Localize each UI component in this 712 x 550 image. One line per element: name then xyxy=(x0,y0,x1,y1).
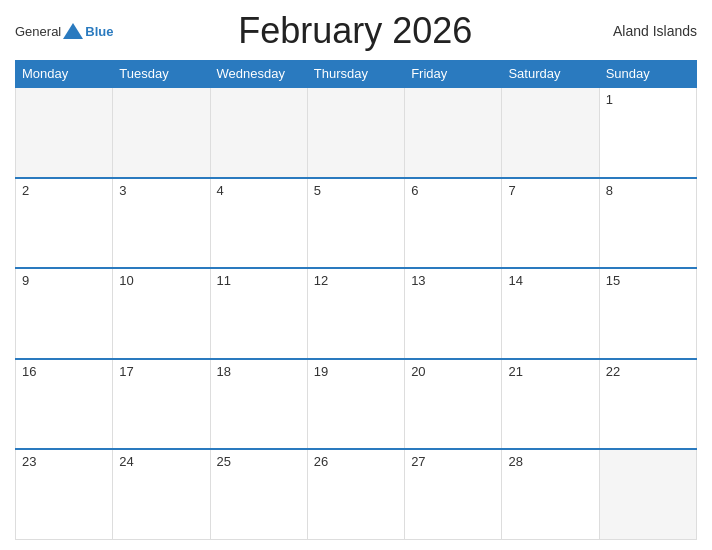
calendar-day-8: 8 xyxy=(599,178,696,269)
calendar-day-1: 1 xyxy=(599,87,696,178)
calendar-day-9: 9 xyxy=(16,268,113,359)
weekday-header-wednesday: Wednesday xyxy=(210,61,307,88)
calendar-day-27: 27 xyxy=(405,449,502,540)
logo-blue-text: Blue xyxy=(85,24,113,39)
calendar-day-4: 4 xyxy=(210,178,307,269)
calendar-day-empty xyxy=(210,87,307,178)
week-row-5: 232425262728 xyxy=(16,449,697,540)
calendar-day-2: 2 xyxy=(16,178,113,269)
calendar-table: MondayTuesdayWednesdayThursdayFridaySatu… xyxy=(15,60,697,540)
calendar-header: General Blue February 2026 Aland Islands xyxy=(15,10,697,52)
weekday-header-thursday: Thursday xyxy=(307,61,404,88)
calendar-day-10: 10 xyxy=(113,268,210,359)
calendar-day-7: 7 xyxy=(502,178,599,269)
calendar-day-17: 17 xyxy=(113,359,210,450)
logo-general-text: General xyxy=(15,24,61,39)
calendar-day-18: 18 xyxy=(210,359,307,450)
weekday-header-row: MondayTuesdayWednesdayThursdayFridaySatu… xyxy=(16,61,697,88)
logo-triangle-icon xyxy=(63,23,83,39)
calendar-day-22: 22 xyxy=(599,359,696,450)
calendar-day-5: 5 xyxy=(307,178,404,269)
calendar-container: General Blue February 2026 Aland Islands… xyxy=(0,0,712,550)
week-row-2: 2345678 xyxy=(16,178,697,269)
calendar-day-12: 12 xyxy=(307,268,404,359)
weekday-header-friday: Friday xyxy=(405,61,502,88)
weekday-header-sunday: Sunday xyxy=(599,61,696,88)
calendar-day-empty xyxy=(502,87,599,178)
weekday-header-tuesday: Tuesday xyxy=(113,61,210,88)
calendar-title: February 2026 xyxy=(113,10,597,52)
calendar-day-empty xyxy=(113,87,210,178)
week-row-1: 1 xyxy=(16,87,697,178)
calendar-day-24: 24 xyxy=(113,449,210,540)
calendar-day-16: 16 xyxy=(16,359,113,450)
calendar-day-3: 3 xyxy=(113,178,210,269)
calendar-day-6: 6 xyxy=(405,178,502,269)
calendar-day-empty xyxy=(307,87,404,178)
calendar-day-25: 25 xyxy=(210,449,307,540)
weekday-header-saturday: Saturday xyxy=(502,61,599,88)
region-label: Aland Islands xyxy=(597,23,697,39)
calendar-day-empty xyxy=(405,87,502,178)
calendar-day-19: 19 xyxy=(307,359,404,450)
logo: General Blue xyxy=(15,23,113,39)
week-row-4: 16171819202122 xyxy=(16,359,697,450)
calendar-day-13: 13 xyxy=(405,268,502,359)
calendar-day-11: 11 xyxy=(210,268,307,359)
week-row-3: 9101112131415 xyxy=(16,268,697,359)
calendar-day-14: 14 xyxy=(502,268,599,359)
calendar-day-15: 15 xyxy=(599,268,696,359)
calendar-day-23: 23 xyxy=(16,449,113,540)
calendar-day-empty xyxy=(599,449,696,540)
calendar-day-21: 21 xyxy=(502,359,599,450)
weekday-header-monday: Monday xyxy=(16,61,113,88)
calendar-day-26: 26 xyxy=(307,449,404,540)
calendar-day-20: 20 xyxy=(405,359,502,450)
calendar-day-empty xyxy=(16,87,113,178)
calendar-day-28: 28 xyxy=(502,449,599,540)
